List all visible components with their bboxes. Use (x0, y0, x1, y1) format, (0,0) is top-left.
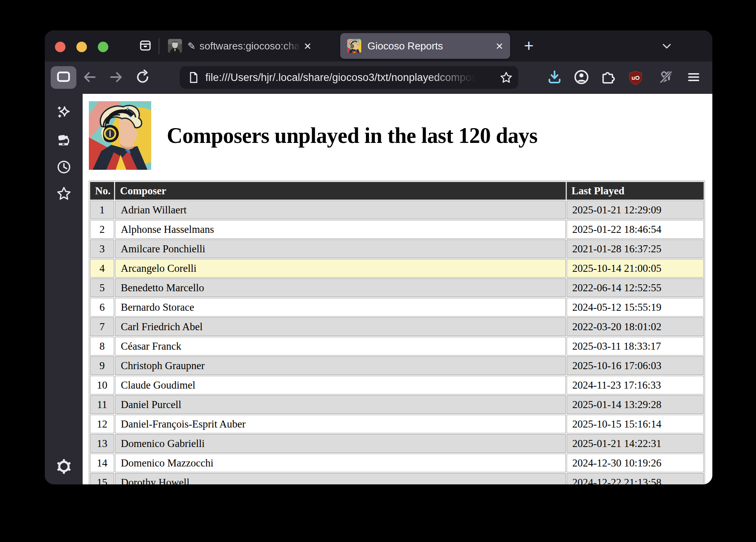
sidebar-collapse-button[interactable] (138, 39, 153, 54)
tab-title: Giocoso Reports (367, 40, 493, 52)
back-button[interactable] (81, 69, 99, 87)
page-content: Composers unplayed in the last 120 days … (83, 94, 712, 484)
page-icon (187, 71, 200, 84)
column-header-no: No. (90, 182, 114, 200)
navigation-toolbar: file:///Users/hjr/.local/share/giocoso3/… (45, 62, 712, 94)
row-number: 5 (90, 278, 114, 297)
puzzle-icon (601, 69, 616, 86)
composer-name: Bernardo Storace (115, 298, 565, 317)
last-played: 2025-10-16 17:06:03 (567, 356, 704, 375)
url-bar[interactable]: file:///Users/hjr/.local/share/giocoso3/… (180, 66, 518, 89)
last-played: 2024-11-23 17:16:33 (567, 376, 704, 394)
account-button[interactable] (572, 69, 590, 87)
row-number: 3 (90, 239, 114, 258)
tab-title: softwares:giocoso:changelog (200, 40, 302, 52)
table-row: 11Daniel Purcell2025-01-14 13:29:28 (90, 395, 704, 414)
row-number: 2 (90, 220, 114, 239)
last-played: 2025-01-21 14:22:31 (567, 434, 704, 453)
sidebar-toggle-button[interactable] (51, 66, 76, 89)
clock-icon (56, 159, 72, 175)
last-played: 2025-01-22 18:46:54 (567, 220, 704, 239)
tab-close-icon[interactable]: × (302, 40, 314, 52)
tab-close-icon[interactable]: × (493, 40, 505, 52)
table-row: 4Arcangelo Corelli2025-10-14 21:00:05 (90, 259, 704, 278)
reload-icon (135, 69, 150, 86)
last-played: 2025-03-11 18:33:17 (567, 337, 704, 355)
column-header-last-played: Last Played (567, 182, 704, 200)
device-camera-icon (56, 132, 72, 148)
composer-name: Domenico Gabrielli (115, 434, 565, 453)
bookmarks-button[interactable] (56, 186, 72, 201)
last-played: 2025-01-14 13:29:28 (567, 395, 704, 414)
sidebar-toggle-icon (56, 70, 71, 84)
sidebar-settings-button[interactable] (56, 459, 72, 474)
composer-name: Adrian Willaert (115, 201, 565, 219)
synced-tabs-button[interactable] (56, 132, 72, 148)
composer-name: Dorothy Howell (115, 473, 565, 484)
tab-giocoso-reports[interactable]: Giocoso Reports × (340, 33, 510, 59)
gear-icon (56, 459, 72, 474)
table-row: 15Dorothy Howell2024-12-22 21:13:58 (90, 473, 704, 484)
reload-button[interactable] (134, 69, 152, 87)
forward-arrow-icon (108, 69, 124, 86)
ublock-shield-icon: uO (628, 70, 643, 86)
pencil-icon: ✎ (187, 40, 196, 52)
tab-changelog[interactable]: ✎ softwares:giocoso:changelog × (164, 33, 335, 59)
table-row: 2Alphonse Hasselmans2025-01-22 18:46:54 (90, 220, 704, 239)
window-close-button[interactable] (55, 42, 65, 52)
last-played: 2022-06-14 12:52:55 (567, 278, 704, 297)
report-header: Composers unplayed in the last 120 days (89, 101, 712, 170)
table-row: 13Domenico Gabrielli2025-01-21 14:22:31 (90, 434, 704, 453)
row-number: 12 (90, 415, 114, 433)
table-header-row: No. Composer Last Played (90, 182, 704, 200)
tab-favicon-portrait (168, 39, 182, 53)
ublock-button[interactable]: uO (627, 69, 645, 87)
table-row: 5Benedetto Marcello2022-06-14 12:52:55 (90, 278, 704, 297)
table-row: 12Daniel-François-Esprit Auber2025-10-15… (90, 415, 704, 433)
last-played: 2025-01-21 12:29:09 (567, 201, 704, 219)
ai-chatbot-button[interactable] (56, 104, 72, 120)
table-row: 9Christoph Graupner2025-10-16 17:06:03 (90, 356, 704, 375)
back-arrow-icon (82, 69, 97, 86)
table-row: 8Céasar Franck2025-03-11 18:33:17 (90, 337, 704, 355)
password-extension-button[interactable] (657, 69, 675, 87)
composer-name: Domenico Mazzocchi (115, 454, 565, 472)
window-zoom-button[interactable] (98, 42, 108, 52)
composer-name: Carl Friedrich Abel (115, 317, 565, 336)
table-row: 3Amilcare Ponchielli2021-01-28 16:37:25 (90, 239, 704, 258)
composer-name: Daniel Purcell (115, 395, 565, 414)
composer-name: Céasar Franck (115, 337, 565, 355)
app-menu-button[interactable] (685, 69, 703, 87)
composer-name: Arcangelo Corelli (115, 259, 565, 278)
row-number: 10 (90, 376, 114, 394)
history-button[interactable] (56, 159, 72, 175)
row-number: 9 (90, 356, 114, 375)
firefox-sidebar (45, 94, 83, 484)
keys-icon (658, 69, 674, 86)
url-text: file:///Users/hjr/.local/share/giocoso3/… (205, 72, 478, 84)
tab-strip-divider (159, 38, 159, 55)
last-played: 2024-05-12 15:55:19 (567, 298, 704, 317)
table-row: 1Adrian Willaert2025-01-21 12:29:09 (90, 201, 704, 219)
forward-button[interactable] (107, 69, 125, 87)
composer-name: Alphonse Hasselmans (115, 220, 565, 239)
tab-favicon-giocoso (347, 39, 361, 53)
list-all-tabs-button[interactable] (659, 40, 675, 54)
downloads-button[interactable] (546, 69, 563, 87)
archive-box-icon (138, 39, 153, 54)
window-minimize-button[interactable] (76, 42, 87, 52)
composer-name: Claude Goudimel (115, 376, 565, 394)
bookmark-star-button[interactable] (500, 71, 513, 84)
beethoven-artwork-image (89, 101, 151, 170)
composers-table-body: 1Adrian Willaert2025-01-21 12:29:092Alph… (90, 201, 704, 484)
desktop: { "tabbar": { "tab1": { "pencil_icon": "… (0, 0, 756, 542)
row-number: 14 (90, 454, 114, 472)
table-row: 7Carl Friedrich Abel2022-03-20 18:01:02 (90, 317, 704, 336)
row-number: 6 (90, 298, 114, 317)
extensions-button[interactable] (599, 69, 617, 87)
account-icon (573, 69, 590, 87)
table-row: 10Claude Goudimel2024-11-23 17:16:33 (90, 376, 704, 394)
new-tab-button[interactable]: + (519, 36, 539, 56)
composer-name: Daniel-François-Esprit Auber (115, 415, 565, 433)
chevron-down-icon (660, 40, 673, 53)
